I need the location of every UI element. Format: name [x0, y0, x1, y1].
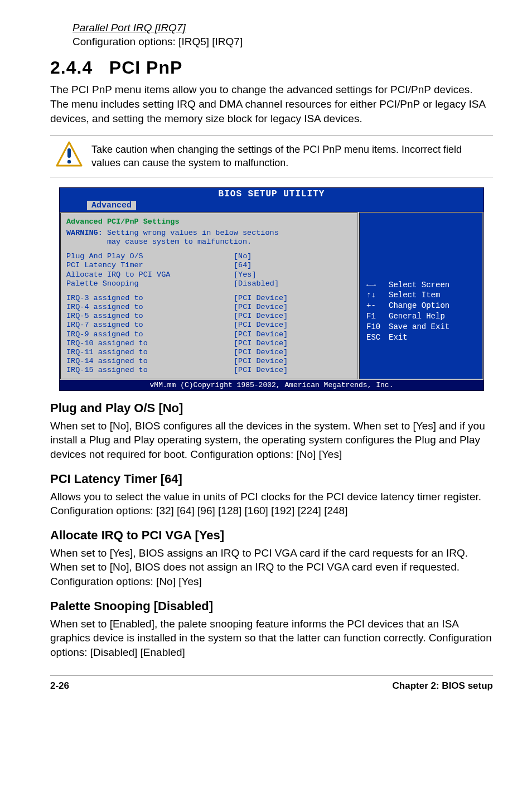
caution-note: Take caution when changing the settings …	[50, 136, 493, 177]
setting-irq15[interactable]: IRQ-15 assigned to[PCI Device]	[66, 366, 352, 375]
warning-icon	[50, 136, 88, 177]
caution-text: Take caution when changing the settings …	[88, 136, 493, 177]
bios-copyright: vMM.mm (C)Copyright 1985-2002, American …	[60, 380, 483, 390]
sub-allocate-irq-title: Allocate IRQ to PCI VGA [Yes]	[50, 528, 493, 543]
bios-tab-bar: Advanced	[60, 200, 483, 212]
parallel-port-title: Parallel Port IRQ [IRQ7]	[72, 22, 186, 33]
setting-plug-and-play[interactable]: Plug And Play O/S [No]	[66, 252, 352, 261]
sub-plug-and-play-text: When set to [No], BIOS configures all th…	[50, 419, 493, 462]
setting-irq10[interactable]: IRQ-10 assigned to[PCI Device]	[66, 339, 352, 348]
bios-title: BIOS SETUP UTILITY	[60, 188, 483, 200]
bios-setup-panel: BIOS SETUP UTILITY Advanced Advanced PCI…	[59, 187, 484, 391]
sub-allocate-irq-text: When set to [Yes], BIOS assigns an IRQ t…	[50, 546, 493, 589]
tab-advanced[interactable]: Advanced	[86, 200, 137, 211]
setting-irq3[interactable]: IRQ-3 assigned to[PCI Device]	[66, 294, 352, 303]
bios-left-pane: Advanced PCI/PnP Settings WARNING: Setti…	[60, 212, 358, 379]
bios-help-pane: ←→Select Screen ↑↓Select Item +-Change O…	[359, 212, 483, 379]
section-paragraph: The PCI PnP menu items allow you to chan…	[50, 83, 493, 125]
setting-irq4[interactable]: IRQ-4 assigned to[PCI Device]	[66, 303, 352, 312]
sub-palette-snooping-text: When set to [Enabled], the palete snoopi…	[50, 617, 493, 660]
setting-pci-latency[interactable]: PCI Latency Timer [64]	[66, 261, 352, 270]
page-number: 2-26	[50, 680, 69, 692]
setting-allocate-irq[interactable]: Allocate IRQ to PCI VGA [Yes]	[66, 270, 352, 279]
svg-rect-1	[67, 148, 71, 158]
parallel-port-desc: Configuration options: [IRQ5] [IRQ7]	[72, 36, 243, 47]
bios-section-heading: Advanced PCI/PnP Settings	[66, 218, 352, 226]
chapter-label: Chapter 2: BIOS setup	[393, 680, 493, 692]
parallel-port-setting: Parallel Port IRQ [IRQ7] Configuration o…	[72, 21, 493, 49]
setting-irq5[interactable]: IRQ-5 assigned to[PCI Device]	[66, 312, 352, 321]
section-heading: 2.4.4 PCI PnP	[50, 57, 493, 78]
sub-plug-and-play-title: Plug and Play O/S [No]	[50, 401, 493, 416]
page-footer: 2-26 Chapter 2: BIOS setup	[50, 675, 493, 694]
setting-irq9[interactable]: IRQ-9 assigned to[PCI Device]	[66, 330, 352, 339]
svg-point-2	[67, 160, 71, 163]
setting-irq11[interactable]: IRQ-11 assigned to[PCI Device]	[66, 348, 352, 357]
sub-pci-latency-title: PCI Latency Timer [64]	[50, 472, 493, 486]
setting-palette-snooping[interactable]: Palette Snooping [Disabled]	[66, 279, 352, 288]
setting-irq7[interactable]: IRQ-7 assigned to[PCI Device]	[66, 321, 352, 330]
sub-palette-snooping-title: Palette Snooping [Disabled]	[50, 599, 493, 613]
sub-pci-latency-text: Allows you to select the value in units …	[50, 490, 493, 518]
bios-warning: WARNING: Setting wrong values in below s…	[66, 229, 352, 247]
setting-irq14[interactable]: IRQ-14 assigned to[PCI Device]	[66, 357, 352, 366]
